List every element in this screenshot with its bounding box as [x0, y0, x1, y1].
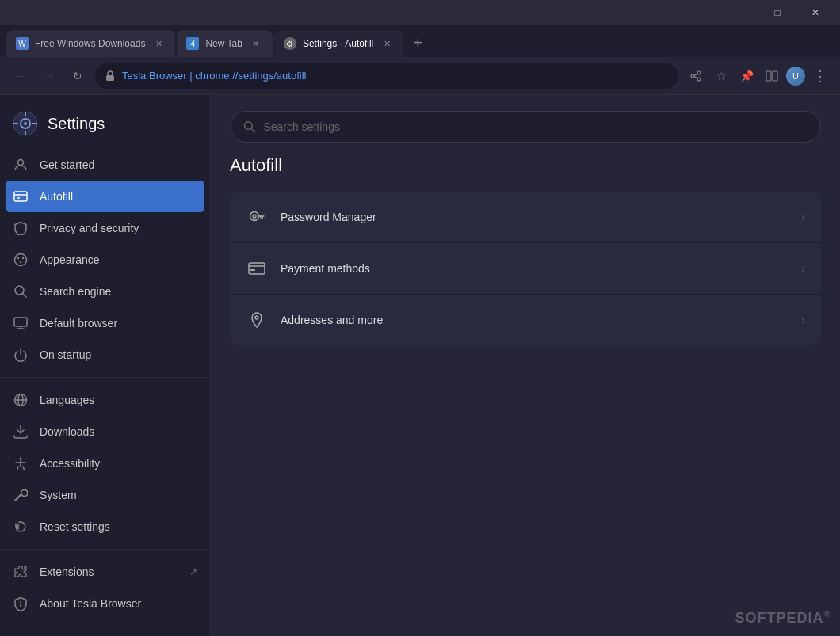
lock-icon — [105, 70, 116, 82]
globe-icon — [13, 392, 29, 408]
sidebar-item-languages[interactable]: Languages — [0, 384, 210, 416]
monitor-icon — [13, 315, 29, 331]
svg-line-19 — [23, 294, 27, 298]
search-bar[interactable] — [230, 111, 821, 143]
svg-point-15 — [17, 257, 19, 259]
search-icon — [13, 284, 29, 299]
svg-point-35 — [253, 215, 256, 218]
sidebar-item-downloads-label: Downloads — [40, 425, 94, 438]
svg-rect-36 — [249, 263, 265, 274]
settings-logo-icon — [13, 111, 38, 136]
tab-2[interactable]: 4 New Tab ✕ — [177, 30, 272, 57]
search-input[interactable] — [263, 120, 808, 133]
svg-point-10 — [18, 160, 24, 166]
sidebar-item-accessibility[interactable]: Accessibility — [0, 447, 210, 479]
shield-icon — [13, 220, 29, 236]
sidebar-item-default-browser[interactable]: Default browser — [0, 307, 210, 339]
tab-1-close[interactable]: ✕ — [151, 36, 166, 51]
password-manager-arrow: › — [801, 211, 805, 223]
minimize-button[interactable]: ─ — [721, 0, 758, 25]
menu-icon[interactable]: ⋮ — [808, 65, 830, 87]
page-title: Autofill — [230, 155, 821, 176]
tab-3-close[interactable]: ✕ — [380, 36, 394, 51]
sidebar-item-get-started[interactable]: Get started — [0, 149, 210, 181]
sidebar-item-about-label: About Tesla Browser — [40, 597, 141, 610]
content-area: Autofill Password Manager › — [211, 95, 840, 636]
close-button[interactable]: ✕ — [797, 0, 834, 25]
sidebar-item-default-browser-label: Default browser — [40, 317, 117, 329]
power-icon — [13, 347, 29, 363]
main-layout: Settings Get started Autofill — [0, 95, 840, 636]
payment-methods-row[interactable]: Payment methods › — [230, 243, 821, 295]
sidebar-item-reset-settings[interactable]: Reset settings — [0, 511, 210, 543]
sidebar-item-system[interactable]: System — [0, 479, 210, 511]
svg-rect-1 — [766, 71, 771, 81]
sidebar-item-downloads[interactable]: Downloads — [0, 416, 210, 447]
sidebar-item-extensions[interactable]: Extensions ↗ — [0, 556, 210, 588]
svg-point-5 — [24, 122, 27, 125]
toolbar-actions: ☆ 📌 U ⋮ — [685, 65, 830, 87]
addresses-arrow: › — [801, 314, 805, 326]
title-bar: ─ □ ✕ — [0, 0, 840, 25]
location-icon — [246, 309, 268, 331]
sidebar-item-search-engine[interactable]: Search engine — [0, 276, 210, 307]
new-tab-button[interactable]: + — [405, 30, 430, 55]
addresses-label: Addresses and more — [281, 314, 788, 326]
accessibility-icon — [13, 455, 29, 471]
sidebar-item-languages-label: Languages — [40, 394, 94, 406]
back-button[interactable]: ← — [10, 65, 32, 87]
sidebar-item-system-label: System — [40, 489, 77, 501]
sidebar-item-on-startup[interactable]: On startup — [0, 339, 210, 371]
about-shield-icon — [13, 596, 29, 611]
sidebar-item-about[interactable]: About Tesla Browser — [0, 588, 210, 619]
svg-point-27 — [20, 601, 21, 603]
external-link-icon: ↗ — [189, 566, 197, 577]
search-bar-wrap — [211, 95, 840, 155]
url-text: Tesla Browser | chrome://settings/autofi… — [122, 70, 306, 82]
tab-3-title: Settings - Autofill — [303, 38, 373, 49]
tab-bar: W Free Windows Downloads ✕ 4 New Tab ✕ ⚙… — [0, 25, 840, 57]
svg-point-26 — [20, 458, 22, 460]
svg-point-17 — [20, 261, 21, 263]
payment-methods-label: Payment methods — [281, 262, 788, 275]
tab-1-title: Free Windows Downloads — [35, 38, 145, 49]
svg-point-16 — [22, 257, 24, 259]
card-icon — [246, 257, 268, 280]
sidebar-item-accessibility-label: Accessibility — [40, 457, 100, 470]
svg-rect-2 — [773, 71, 777, 81]
share-icon[interactable] — [685, 65, 707, 87]
reset-icon — [13, 519, 29, 535]
star-icon[interactable]: ☆ — [710, 65, 732, 87]
tab-1-favicon: W — [16, 37, 29, 50]
split-icon[interactable] — [761, 65, 783, 87]
reload-button[interactable]: ↻ — [67, 65, 89, 87]
sidebar-divider-1 — [0, 377, 210, 378]
sidebar-logo: Settings — [0, 108, 210, 149]
forward-button[interactable]: → — [38, 65, 60, 87]
sidebar-item-autofill-label: Autofill — [40, 190, 73, 203]
maximize-button[interactable]: □ — [759, 0, 796, 25]
password-manager-row[interactable]: Password Manager › — [230, 192, 821, 243]
tab-2-close[interactable]: ✕ — [249, 36, 263, 51]
svg-line-30 — [251, 128, 254, 131]
tab-3-favicon: ⚙ — [284, 37, 296, 50]
tab-2-title: New Tab — [205, 38, 242, 49]
sidebar-item-autofill[interactable]: Autofill — [6, 181, 204, 212]
tab-3[interactable]: ⚙ Settings - Autofill ✕ — [274, 30, 403, 57]
sidebar-title: Settings — [48, 115, 105, 133]
sidebar-item-appearance[interactable]: Appearance — [0, 244, 210, 276]
tab-1[interactable]: W Free Windows Downloads ✕ — [6, 30, 175, 57]
pin-icon[interactable]: 📌 — [735, 65, 758, 87]
svg-rect-11 — [14, 192, 27, 201]
person-icon — [13, 157, 29, 173]
sidebar-item-privacy[interactable]: Privacy and security — [0, 212, 210, 244]
sidebar: Settings Get started Autofill — [0, 95, 211, 636]
autofill-icon — [13, 189, 29, 204]
sidebar-item-privacy-label: Privacy and security — [40, 222, 139, 234]
sidebar-item-get-started-label: Get started — [40, 158, 94, 171]
page-content: Autofill Password Manager › — [211, 155, 840, 345]
addresses-row[interactable]: Addresses and more › — [230, 295, 821, 345]
profile-avatar[interactable]: U — [786, 67, 805, 86]
tab-2-favicon: 4 — [186, 37, 199, 50]
url-bar[interactable]: Tesla Browser | chrome://settings/autofi… — [95, 63, 678, 89]
